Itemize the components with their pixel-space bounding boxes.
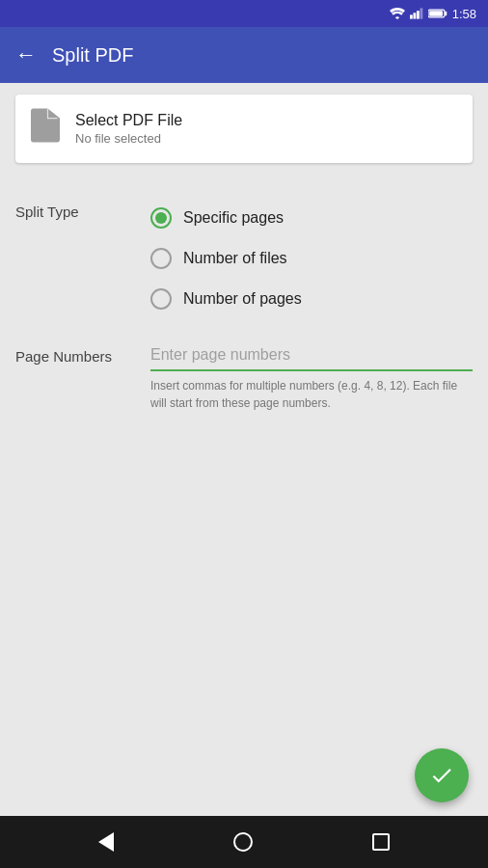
radio-number-files[interactable]: Number of files [150,238,302,279]
split-type-section: Split Type Specific pages Number of file… [15,190,473,327]
check-icon [429,763,454,788]
status-time: 1:58 [452,7,476,21]
radio-label-specific: Specific pages [183,209,284,227]
battery-icon [428,8,447,19]
split-type-radio-group: Specific pages Number of files Number of… [150,198,302,319]
page-numbers-section: Page Numbers Insert commas for multiple … [15,335,473,420]
svg-rect-5 [445,12,447,16]
svg-rect-3 [420,8,422,18]
recent-nav-icon [372,833,390,851]
confirm-fab[interactable] [415,748,469,802]
file-info: Select PDF File No file selected [75,112,182,146]
page-numbers-label: Page Numbers [15,342,150,365]
home-nav-button[interactable] [233,832,253,852]
svg-rect-2 [417,11,420,18]
back-button[interactable]: ← [15,42,37,68]
radio-label-pages: Number of pages [183,290,302,308]
status-bar: 1:58 [0,0,488,27]
file-document-icon [31,108,60,149]
page-numbers-hint: Insert commas for multiple numbers (e.g.… [150,377,473,412]
content-area: Split Type Specific pages Number of file… [0,175,488,420]
recent-nav-button[interactable] [372,833,390,851]
signal-icon [410,8,423,19]
radio-button-specific[interactable] [150,207,172,229]
back-nav-button[interactable] [98,832,114,852]
page-numbers-input-container: Insert commas for multiple numbers (e.g.… [150,342,473,412]
app-bar: ← Split PDF [0,27,488,83]
split-type-label: Split Type [15,198,150,220]
radio-label-files: Number of files [183,250,287,267]
svg-rect-0 [410,14,413,18]
bottom-nav [0,816,488,868]
back-nav-icon [98,832,114,852]
file-select-title: Select PDF File [75,112,182,129]
radio-button-pages[interactable] [150,288,172,310]
svg-rect-1 [413,13,416,18]
wifi-icon [390,8,405,19]
app-bar-title: Split PDF [52,44,133,67]
page-numbers-input[interactable] [150,342,473,371]
file-select-subtitle: No file selected [75,131,182,146]
home-nav-icon [233,832,253,852]
status-icons: 1:58 [390,7,476,21]
radio-specific-pages[interactable]: Specific pages [150,198,302,238]
radio-inner-specific [155,212,167,224]
radio-button-files[interactable] [150,248,172,269]
file-select-card[interactable]: Select PDF File No file selected [15,95,473,163]
svg-rect-6 [429,11,443,15]
radio-number-pages[interactable]: Number of pages [150,279,302,319]
